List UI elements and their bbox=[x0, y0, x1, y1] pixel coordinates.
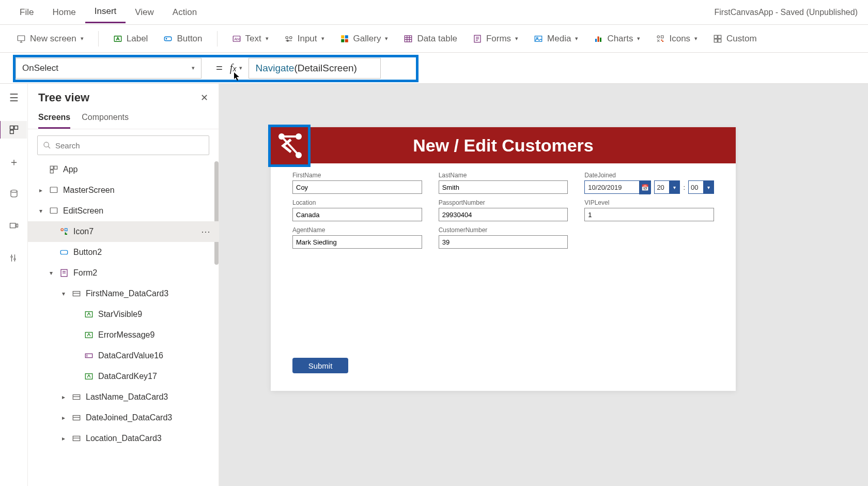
tab-components[interactable]: Components bbox=[82, 108, 129, 129]
back-icon-selected[interactable] bbox=[268, 125, 311, 167]
chevron-right-icon[interactable]: ▸ bbox=[60, 414, 67, 421]
tree-label: Location_DataCard3 bbox=[86, 434, 162, 443]
chevron-right-icon[interactable]: ▸ bbox=[60, 435, 67, 442]
menu-file[interactable]: File bbox=[10, 2, 43, 23]
tree-view-panel: Tree view ✕ Screens Components App ▸ Mas… bbox=[28, 84, 219, 486]
gallery-button[interactable]: Gallery ▾ bbox=[334, 31, 395, 47]
submit-button[interactable]: Submit bbox=[292, 358, 348, 373]
tree-masterscreen[interactable]: ▸ MasterScreen bbox=[28, 180, 219, 201]
svg-rect-59 bbox=[73, 292, 80, 296]
chevron-down-icon[interactable]: ▾ bbox=[37, 207, 44, 215]
tree-form2[interactable]: ▾ Form2 bbox=[28, 263, 219, 283]
custom-button[interactable]: Custom bbox=[707, 31, 763, 47]
chevron-right-icon[interactable]: ▸ bbox=[60, 393, 67, 401]
svg-rect-4 bbox=[165, 37, 172, 41]
field-agent: AgentName bbox=[292, 226, 422, 249]
tree-firstname-card[interactable]: ▾ FirstName_DataCard3 bbox=[28, 283, 219, 304]
input-agent[interactable] bbox=[292, 235, 422, 249]
edit-screen[interactable]: New / Edit Customers FirstName LastName … bbox=[271, 127, 736, 391]
tree-button2[interactable]: Button2 bbox=[28, 242, 219, 263]
new-screen-button[interactable]: New screen ▾ bbox=[10, 31, 90, 47]
label-control-icon bbox=[84, 330, 94, 340]
hamburger-icon[interactable]: ☰ bbox=[5, 89, 23, 107]
chevron-down-icon[interactable]: ▾ bbox=[48, 269, 55, 277]
tree-editscreen[interactable]: ▾ EditScreen bbox=[28, 201, 219, 221]
charts-button[interactable]: Charts ▾ bbox=[587, 31, 646, 47]
add-icon[interactable]: ＋ bbox=[5, 153, 23, 171]
tree-app[interactable]: App bbox=[28, 159, 219, 180]
chevron-down-icon[interactable]: ▾ bbox=[60, 290, 67, 297]
data-icon[interactable] bbox=[5, 185, 23, 203]
calendar-icon[interactable]: 📅 bbox=[639, 181, 650, 194]
svg-rect-50 bbox=[50, 170, 53, 173]
search-input[interactable] bbox=[37, 135, 209, 155]
chevron-down-icon[interactable]: ▾ bbox=[669, 181, 679, 193]
icons-button[interactable]: Icons ▾ bbox=[649, 31, 704, 47]
button-button[interactable]: Button bbox=[157, 31, 208, 47]
input-vip[interactable] bbox=[584, 208, 714, 221]
chevron-down-icon: ▾ bbox=[575, 35, 578, 42]
tree-lastname-card[interactable]: ▸ LastName_DataCard3 bbox=[28, 387, 219, 407]
svg-rect-41 bbox=[16, 224, 18, 227]
tree-datejoined-card[interactable]: ▸ DateJoined_DataCard3 bbox=[28, 407, 219, 428]
data-table-button[interactable]: Data table bbox=[397, 31, 463, 47]
input-lastname[interactable] bbox=[439, 180, 568, 194]
search-field[interactable] bbox=[55, 141, 204, 150]
forms-button[interactable]: Forms ▾ bbox=[467, 31, 524, 47]
advanced-tools-icon[interactable] bbox=[5, 249, 23, 267]
more-icon[interactable]: ⋯ bbox=[201, 226, 210, 237]
svg-point-39 bbox=[11, 190, 17, 193]
chevron-right-icon[interactable]: ▸ bbox=[37, 187, 44, 194]
input-passport[interactable] bbox=[439, 208, 568, 221]
chevron-down-icon[interactable]: ▾ bbox=[703, 181, 714, 193]
tree-datacardkey[interactable]: DataCardKey17 bbox=[28, 366, 219, 387]
tree-label: DateJoined_DataCard3 bbox=[86, 413, 172, 422]
media-button[interactable]: Media ▾ bbox=[528, 31, 584, 47]
media-rail-icon[interactable] bbox=[5, 217, 23, 235]
canvas[interactable]: New / Edit Customers FirstName LastName … bbox=[219, 84, 868, 486]
fx-button[interactable]: fx ▾ bbox=[230, 62, 243, 74]
custom-icon bbox=[713, 34, 722, 43]
label-firstname: FirstName bbox=[292, 172, 422, 179]
field-datejoined: DateJoined 10/20/2019📅 20▾ : 00▾ bbox=[584, 172, 714, 194]
label-button[interactable]: Label bbox=[107, 31, 154, 47]
label-icon bbox=[113, 34, 122, 43]
menu-insert[interactable]: Insert bbox=[85, 1, 126, 23]
new-screen-label: New screen bbox=[30, 34, 76, 44]
input-minute[interactable]: 00▾ bbox=[688, 180, 714, 194]
formula-input[interactable]: Navigate(DetailScreen) bbox=[249, 58, 381, 79]
tree-label: MasterScreen bbox=[63, 186, 115, 195]
svg-point-45 bbox=[14, 259, 16, 260]
input-hour[interactable]: 20▾ bbox=[654, 180, 680, 194]
text-icon: Abc bbox=[232, 34, 241, 43]
property-selector[interactable]: OnSelect ▾ bbox=[16, 58, 202, 79]
svg-rect-38 bbox=[10, 130, 13, 134]
chevron-down-icon: ▾ bbox=[266, 35, 269, 42]
input-date[interactable]: 10/20/2019📅 bbox=[584, 180, 651, 194]
formula-function: Navigate bbox=[255, 63, 294, 74]
svg-rect-12 bbox=[341, 35, 344, 38]
input-customer[interactable] bbox=[439, 235, 568, 249]
close-icon[interactable]: ✕ bbox=[200, 92, 208, 103]
svg-point-11 bbox=[287, 40, 288, 41]
menu-view[interactable]: View bbox=[126, 2, 163, 23]
text-button[interactable]: Abc Text ▾ bbox=[226, 31, 275, 47]
screen-title: New / Edit Customers bbox=[271, 135, 736, 156]
menu-home[interactable]: Home bbox=[43, 2, 85, 23]
tree-view-icon[interactable] bbox=[0, 121, 27, 139]
chevron-down-icon: ▾ bbox=[321, 35, 324, 42]
tree-datacardvalue[interactable]: DataCardValue16 bbox=[28, 345, 219, 366]
tree-starvisible[interactable]: StarVisible9 bbox=[28, 304, 219, 325]
tree-errormessage[interactable]: ErrorMessage9 bbox=[28, 325, 219, 345]
tree-location-card[interactable]: ▸ Location_DataCard3 bbox=[28, 428, 219, 449]
input-firstname[interactable] bbox=[292, 180, 422, 194]
input-button[interactable]: Input ▾ bbox=[278, 31, 331, 47]
tree-icon7[interactable]: Icon7 ⋯ bbox=[28, 221, 219, 242]
tree-label: EditScreen bbox=[63, 206, 103, 216]
tab-screens[interactable]: Screens bbox=[38, 108, 70, 129]
svg-point-30 bbox=[657, 36, 660, 38]
label-control-icon bbox=[84, 371, 94, 382]
menu-action[interactable]: Action bbox=[163, 2, 206, 23]
svg-point-9 bbox=[289, 36, 292, 39]
input-location[interactable] bbox=[292, 208, 422, 221]
